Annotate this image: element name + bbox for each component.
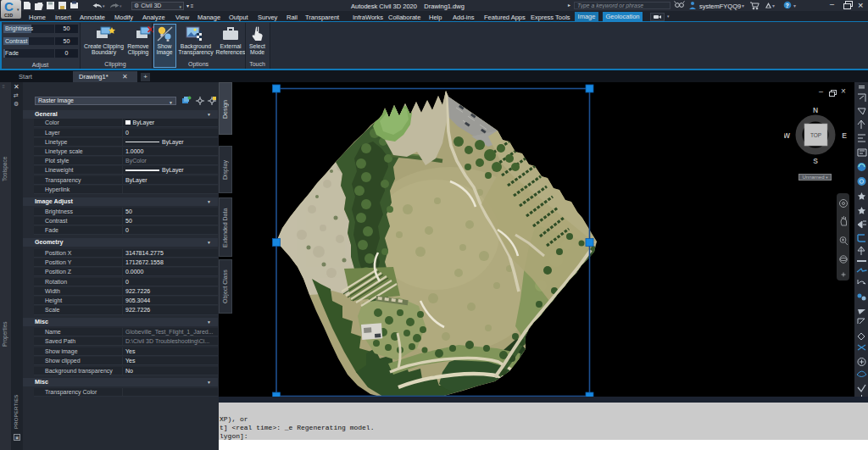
svg-text:S: S [813,157,818,165]
svg-text:▾: ▾ [120,3,122,8]
svg-text:systemFYQQ9: systemFYQQ9 [699,3,741,10]
svg-text:W: W [784,131,791,140]
svg-text:▾: ▾ [793,3,796,8]
svg-text:▾: ▾ [742,3,744,8]
svg-text:N: N [813,106,818,114]
svg-text:?: ? [786,3,789,8]
svg-text:▾: ▾ [103,3,105,8]
svg-text:▾: ▾ [772,3,775,8]
svg-text:E: E [842,131,847,140]
svg-text:TOP: TOP [810,132,821,138]
